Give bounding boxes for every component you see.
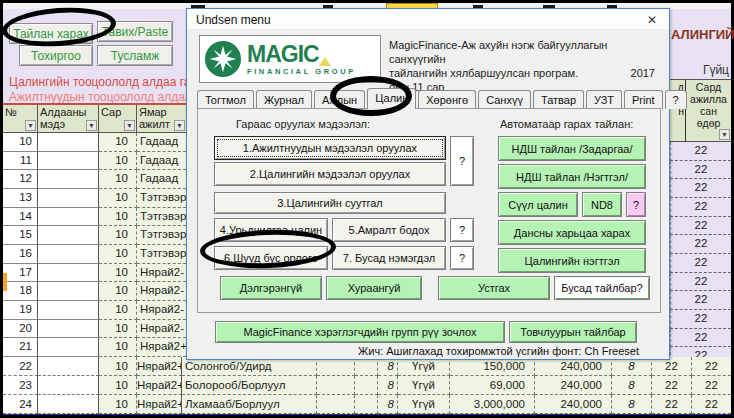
- cell-error[interactable]: [38, 301, 99, 320]
- cell-days[interactable]: 22: [670, 310, 731, 329]
- help-button-67[interactable]: ?: [450, 246, 474, 270]
- cell-no[interactable]: 16: [3, 245, 38, 264]
- cell-error[interactable]: [38, 208, 99, 227]
- cell-error[interactable]: [38, 282, 99, 301]
- cell-error[interactable]: [38, 170, 99, 189]
- cell-type[interactable]: Гадаад: [137, 170, 186, 189]
- cell-empty[interactable]: [317, 395, 355, 414]
- cell-days[interactable]: 22: [670, 273, 731, 292]
- cell-type[interactable]: Нярай2-: [137, 320, 186, 339]
- vacation-calc-button[interactable]: 5.Амралт бодох: [332, 218, 446, 242]
- help-button-pink[interactable]: ?: [626, 192, 646, 217]
- cell-amount[interactable]: 3,000,000: [450, 395, 535, 414]
- cell-days[interactable]: 22: [670, 161, 731, 180]
- cell-hours2[interactable]: 8: [612, 376, 652, 395]
- cell-days1[interactable]: 22: [652, 395, 692, 414]
- cell-days[interactable]: 22: [670, 254, 731, 273]
- cell-no[interactable]: 23: [3, 376, 38, 395]
- filter-arrow-icon[interactable]: ▼: [719, 129, 730, 140]
- last-salary-button[interactable]: Сүүл цалин: [498, 192, 578, 217]
- cell-days2[interactable]: 22: [692, 395, 731, 414]
- cell-no[interactable]: 17: [3, 264, 38, 283]
- tab-help[interactable]: ?: [665, 90, 687, 109]
- salary-summary-button[interactable]: Цалингийн нэгтгэл: [498, 248, 646, 273]
- cell-base-salary[interactable]: 240,000: [535, 395, 612, 414]
- cell-error[interactable]: [38, 226, 99, 245]
- cell-flag[interactable]: Үгүй: [398, 376, 450, 395]
- cell-days[interactable]: 22: [670, 142, 731, 161]
- cell-type[interactable]: Нярай2-: [137, 264, 186, 283]
- cell-no[interactable]: 12: [3, 170, 38, 189]
- cell-no[interactable]: 24: [3, 395, 38, 414]
- salary-data-button[interactable]: 2.Цалингийн мэдээлэл оруулах: [214, 162, 446, 186]
- cell-type[interactable]: Нярай2+: [137, 395, 182, 414]
- cell-error[interactable]: [38, 320, 99, 339]
- cell-error[interactable]: [38, 133, 99, 152]
- cell-days[interactable]: 22: [670, 198, 731, 217]
- cell-month[interactable]: 10: [99, 338, 137, 357]
- cell-hours[interactable]: 8: [378, 395, 398, 414]
- cell-name[interactable]: Болорооб/Борлуул: [182, 376, 317, 395]
- cell-amount[interactable]: 69,000: [450, 376, 535, 395]
- tab-jurnal[interactable]: Журнал: [256, 90, 312, 109]
- cell-month[interactable]: 10: [99, 357, 137, 376]
- cell-error[interactable]: [38, 264, 99, 283]
- cell-hours[interactable]: 8: [378, 376, 398, 395]
- other-additions-button[interactable]: 7. Бусад нэмэгдэл: [332, 246, 446, 270]
- cell-flag[interactable]: Үгүй: [398, 395, 450, 414]
- cell-month[interactable]: 10: [99, 301, 137, 320]
- delete-button[interactable]: Устгах: [438, 276, 550, 300]
- dialog-titlebar[interactable]: Undsen menu ✕: [187, 9, 669, 30]
- close-icon[interactable]: ✕: [644, 12, 660, 28]
- cell-days[interactable]: 22: [670, 235, 731, 254]
- cell-error[interactable]: [38, 357, 99, 376]
- cell-type[interactable]: Нярай2+: [137, 338, 186, 357]
- help-button-45[interactable]: ?: [450, 218, 474, 242]
- nd8-button[interactable]: ND8: [582, 192, 622, 217]
- other-comment-button[interactable]: Бусад тайлбар?: [554, 276, 650, 300]
- employees-data-button[interactable]: 1.Ажилтнуудын мэдээлэл оруулах: [214, 136, 446, 160]
- cell-name[interactable]: Лхамааб/Борлуул: [182, 395, 317, 414]
- cell-month[interactable]: 10: [99, 133, 137, 152]
- filter-arrow-icon[interactable]: ▼: [25, 120, 36, 131]
- ndsh-report-summary-button[interactable]: НДШ тайлан /Нэгтгэл/: [498, 164, 646, 189]
- cell-month[interactable]: 10: [99, 264, 137, 283]
- tab-togtmol[interactable]: Тогтмол: [197, 90, 254, 109]
- cell-month[interactable]: 10: [99, 208, 137, 227]
- settings-button[interactable]: Тохиргоо: [19, 45, 93, 66]
- cell-month[interactable]: 10: [99, 320, 137, 339]
- cell-month[interactable]: 10: [99, 189, 137, 208]
- tab-uzt[interactable]: УЗТ: [586, 90, 622, 109]
- cell-type[interactable]: Нярай2-: [137, 301, 186, 320]
- filter-arrow-icon[interactable]: ▼: [124, 120, 135, 131]
- cell-month[interactable]: 10: [99, 226, 137, 245]
- cell-no[interactable]: 22: [3, 357, 38, 376]
- help-button[interactable]: Тусламж: [97, 45, 173, 66]
- cell-no[interactable]: 14: [3, 208, 38, 227]
- cell-error[interactable]: [38, 338, 99, 357]
- cell-empty[interactable]: [355, 376, 378, 395]
- cell-error[interactable]: [38, 376, 99, 395]
- cell-no[interactable]: 19: [3, 301, 38, 320]
- cell-error[interactable]: [38, 395, 99, 414]
- cell-type[interactable]: Тэтгэвэр: [137, 208, 186, 227]
- cell-empty[interactable]: [317, 376, 355, 395]
- cell-type[interactable]: Гадаад: [137, 133, 186, 152]
- cell-error[interactable]: [38, 189, 99, 208]
- cell-days[interactable]: 22: [670, 217, 731, 236]
- cell-no[interactable]: 13: [3, 189, 38, 208]
- cell-days1[interactable]: 22: [652, 376, 692, 395]
- tab-tatvar[interactable]: Татвар: [533, 90, 584, 109]
- cell-type[interactable]: Гадаад: [137, 152, 186, 171]
- cell-days[interactable]: 22: [670, 179, 731, 198]
- cell-type[interactable]: Тэтгэвэр: [137, 245, 186, 264]
- detailed-button[interactable]: Дэлгэрэнгүй: [220, 276, 322, 300]
- cell-days[interactable]: 22: [670, 291, 731, 310]
- help-button-12[interactable]: ?: [450, 136, 474, 186]
- cell-days2[interactable]: 22: [692, 357, 731, 376]
- tab-khurungu[interactable]: Хөрөнгө: [418, 90, 476, 109]
- cell-days[interactable]: 22: [670, 329, 731, 348]
- cell-base-salary[interactable]: 240,000: [535, 376, 612, 395]
- cell-error[interactable]: [38, 152, 99, 171]
- cell-month[interactable]: 10: [99, 282, 137, 301]
